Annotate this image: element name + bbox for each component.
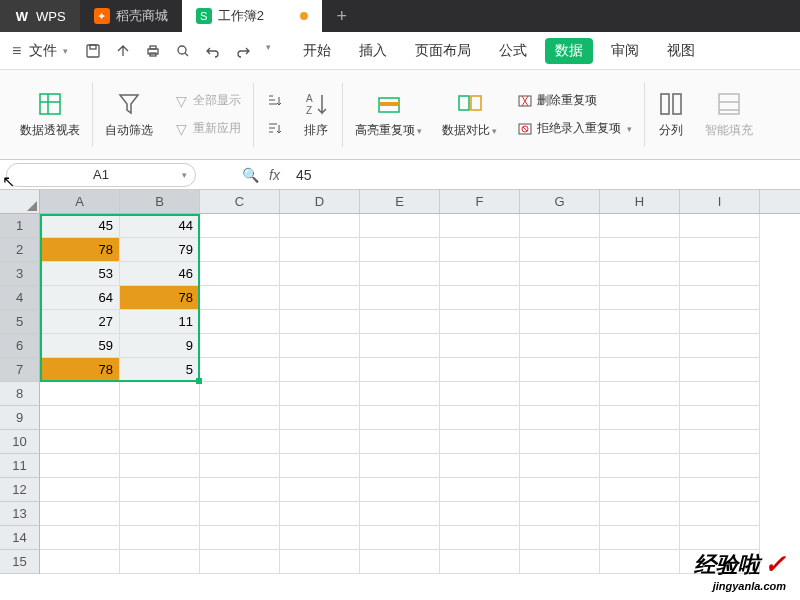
cell[interactable] xyxy=(440,478,520,502)
cell[interactable] xyxy=(600,406,680,430)
cell[interactable] xyxy=(520,262,600,286)
cell[interactable] xyxy=(200,310,280,334)
search-icon[interactable]: 🔍 xyxy=(242,167,259,183)
cell[interactable]: 64 xyxy=(40,286,120,310)
cell[interactable] xyxy=(280,430,360,454)
cell[interactable] xyxy=(120,526,200,550)
cell[interactable] xyxy=(600,262,680,286)
save-icon[interactable] xyxy=(84,42,102,60)
tab-workbook[interactable]: S 工作簿2 xyxy=(182,0,322,32)
cell[interactable] xyxy=(200,286,280,310)
col-header-c[interactable]: C xyxy=(200,190,280,213)
row-header[interactable]: 6 xyxy=(0,334,40,358)
remove-duplicates-button[interactable]: 删除重复项 xyxy=(517,89,632,113)
file-menu[interactable]: 文件 ▾ xyxy=(29,42,68,60)
cell[interactable] xyxy=(200,430,280,454)
cell[interactable]: 5 xyxy=(120,358,200,382)
cell[interactable] xyxy=(520,358,600,382)
cell[interactable] xyxy=(680,430,760,454)
row-header[interactable]: 4 xyxy=(0,286,40,310)
cell[interactable] xyxy=(600,310,680,334)
cell[interactable] xyxy=(280,406,360,430)
cell[interactable]: 78 xyxy=(120,286,200,310)
cell[interactable] xyxy=(600,334,680,358)
cell[interactable] xyxy=(520,214,600,238)
col-header-d[interactable]: D xyxy=(280,190,360,213)
row-header[interactable]: 12 xyxy=(0,478,40,502)
cell[interactable] xyxy=(200,238,280,262)
cell[interactable] xyxy=(200,502,280,526)
cell[interactable] xyxy=(360,454,440,478)
menu-view[interactable]: 视图 xyxy=(657,38,705,64)
row-header[interactable]: 13 xyxy=(0,502,40,526)
cell[interactable] xyxy=(440,262,520,286)
cell[interactable] xyxy=(120,478,200,502)
cell[interactable] xyxy=(680,286,760,310)
cell[interactable]: 45 xyxy=(40,214,120,238)
cell[interactable] xyxy=(280,358,360,382)
cell[interactable] xyxy=(360,526,440,550)
cell[interactable] xyxy=(520,550,600,574)
cell[interactable] xyxy=(360,334,440,358)
cell[interactable] xyxy=(600,502,680,526)
row-header[interactable]: 11 xyxy=(0,454,40,478)
cell[interactable] xyxy=(680,262,760,286)
pivot-table-button[interactable]: 数据透视表 xyxy=(10,70,90,159)
select-all-corner[interactable] xyxy=(0,190,40,213)
cell[interactable]: 79 xyxy=(120,238,200,262)
cell[interactable] xyxy=(120,406,200,430)
undo-icon[interactable] xyxy=(204,42,222,60)
menu-formula[interactable]: 公式 xyxy=(489,38,537,64)
cell[interactable] xyxy=(360,286,440,310)
cell[interactable]: 59 xyxy=(40,334,120,358)
cell[interactable] xyxy=(520,478,600,502)
formula-value[interactable]: 45 xyxy=(296,167,312,183)
cell[interactable] xyxy=(280,214,360,238)
cell[interactable] xyxy=(360,310,440,334)
cell[interactable] xyxy=(280,478,360,502)
chevron-down-icon[interactable]: ▾ xyxy=(266,42,271,60)
cell[interactable] xyxy=(520,310,600,334)
cell[interactable]: 78 xyxy=(40,238,120,262)
cell[interactable] xyxy=(680,454,760,478)
fx-icon[interactable]: fx xyxy=(269,167,280,183)
cell[interactable] xyxy=(440,502,520,526)
cell[interactable] xyxy=(40,406,120,430)
cell[interactable] xyxy=(520,238,600,262)
hamburger-icon[interactable]: ≡ xyxy=(12,42,21,60)
reapply-button[interactable]: ▽ 重新应用 xyxy=(173,117,241,141)
show-all-button[interactable]: ▽ 全部显示 xyxy=(173,89,241,113)
redo-icon[interactable] xyxy=(234,42,252,60)
cell[interactable] xyxy=(40,382,120,406)
cell[interactable] xyxy=(680,214,760,238)
cell[interactable] xyxy=(120,550,200,574)
cell[interactable] xyxy=(600,478,680,502)
cell[interactable] xyxy=(360,214,440,238)
cell[interactable] xyxy=(40,502,120,526)
cell[interactable] xyxy=(600,454,680,478)
cell[interactable] xyxy=(280,382,360,406)
cell[interactable] xyxy=(680,502,760,526)
cell[interactable] xyxy=(360,430,440,454)
cell[interactable] xyxy=(200,406,280,430)
menu-start[interactable]: 开始 xyxy=(293,38,341,64)
cell[interactable] xyxy=(280,550,360,574)
col-header-i[interactable]: I xyxy=(680,190,760,213)
cell[interactable] xyxy=(600,214,680,238)
col-header-b[interactable]: B xyxy=(120,190,200,213)
tab-wps-home[interactable]: W WPS xyxy=(0,0,80,32)
sort-button[interactable]: AZ 排序 xyxy=(292,70,340,159)
cell[interactable] xyxy=(520,286,600,310)
row-header[interactable]: 7 xyxy=(0,358,40,382)
cell[interactable] xyxy=(120,382,200,406)
autofilter-button[interactable]: 自动筛选 xyxy=(95,70,163,159)
col-header-f[interactable]: F xyxy=(440,190,520,213)
cell[interactable] xyxy=(360,382,440,406)
cell[interactable] xyxy=(680,358,760,382)
cell[interactable] xyxy=(600,238,680,262)
cell[interactable] xyxy=(600,430,680,454)
cell[interactable] xyxy=(360,406,440,430)
cell[interactable] xyxy=(440,286,520,310)
smart-fill-button[interactable]: 智能填充 xyxy=(695,70,763,159)
cell[interactable] xyxy=(200,454,280,478)
